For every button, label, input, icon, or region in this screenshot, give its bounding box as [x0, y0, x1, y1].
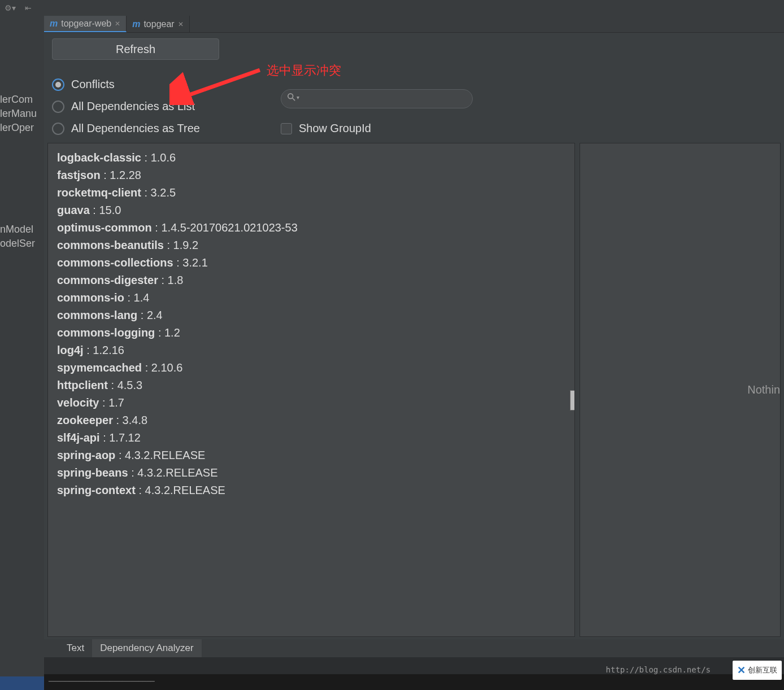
tab-dependency-analyzer[interactable]: Dependency Analyzer — [92, 639, 201, 657]
search-input[interactable] — [281, 89, 473, 108]
dependency-version: : 4.3.2.RELEASE — [115, 449, 205, 461]
radio-all-list[interactable] — [52, 101, 64, 113]
project-sidebar[interactable]: lerCom lerManu lerOper nModel odelSer — [0, 16, 44, 690]
dependency-version: : 2.4 — [137, 309, 162, 321]
dependency-name: spring-beans — [57, 466, 128, 479]
expand-icon[interactable]: ⇤ — [23, 2, 34, 14]
dependency-version: : 1.7 — [99, 396, 124, 409]
dependency-item[interactable]: fastjson : 1.2.28 — [57, 167, 565, 184]
dependency-name: commons-digester — [57, 274, 158, 286]
dependency-version: : 4.5.3 — [108, 379, 142, 391]
sidebar-item[interactable]: odelSer — [0, 237, 44, 251]
close-icon[interactable]: ✕ — [178, 20, 184, 28]
dependency-item[interactable]: spring-beans : 4.3.2.RELEASE — [57, 464, 565, 482]
dependency-version: : 1.2.16 — [84, 344, 124, 356]
controls-panel: Refresh 选中显示冲突 Conflicts All Dependencie… — [44, 33, 784, 139]
watermark-url: http://blog.csdn.net/s — [606, 665, 711, 674]
dependency-name: commons-io — [57, 291, 124, 304]
dependency-item[interactable]: spymemcached : 2.10.6 — [57, 359, 565, 377]
dependency-version: : 1.4.5-20170621.021023-53 — [152, 221, 298, 234]
dependency-name: velocity — [57, 396, 99, 409]
dependency-item[interactable]: commons-collections : 3.2.1 — [57, 254, 565, 272]
tab-topgear-web[interactable]: m topgear-web ✕ — [44, 16, 127, 32]
refresh-button[interactable]: Refresh — [52, 38, 219, 60]
dependency-name: slf4j-api — [57, 431, 100, 444]
dependency-name: spring-context — [57, 484, 136, 496]
sidebar-item[interactable]: lerManu — [0, 107, 44, 121]
dependency-item[interactable]: rocketmq-client : 3.2.5 — [57, 184, 565, 202]
dependency-version: : 3.4.8 — [113, 414, 147, 426]
dependency-version: : 1.9.2 — [164, 239, 198, 251]
dependency-version: : 1.7.12 — [100, 431, 141, 444]
radio-all-tree-label: All Dependencies as Tree — [71, 122, 200, 135]
dependency-item[interactable]: spring-context : 4.3.2.RELEASE — [57, 482, 565, 499]
dependency-name: guava — [57, 204, 90, 216]
dependency-item[interactable]: logback-classic : 1.0.6 — [57, 149, 565, 167]
dependency-version: : 4.3.2.RELEASE — [128, 466, 218, 479]
tab-label: topgear — [143, 19, 174, 29]
dependency-item[interactable]: log4j : 1.2.16 — [57, 342, 565, 359]
dependency-item[interactable]: commons-beanutils : 1.9.2 — [57, 237, 565, 254]
show-groupid-checkbox[interactable] — [281, 123, 292, 134]
dependency-list[interactable]: logback-classic : 1.0.6fastjson : 1.2.28… — [47, 143, 575, 637]
dependency-version: : 4.3.2.RELEASE — [136, 484, 225, 496]
close-icon[interactable]: ✕ — [115, 20, 120, 28]
dependency-version: : 3.2.1 — [173, 256, 208, 269]
radio-all-list-label: All Dependencies as List — [71, 100, 195, 113]
tab-label: topgear-web — [61, 19, 111, 29]
dependency-name: optimus-common — [57, 221, 152, 234]
gear-icon[interactable]: ⚙▾ — [2, 2, 18, 14]
dependency-item[interactable]: guava : 15.0 — [57, 202, 565, 219]
dependency-item[interactable]: velocity : 1.7 — [57, 394, 565, 412]
dependency-name: logback-classic — [57, 151, 141, 164]
annotation-text: 选中显示冲突 — [267, 62, 341, 79]
tab-topgear[interactable]: m topgear ✕ — [127, 16, 190, 32]
maven-icon: m — [50, 19, 58, 29]
dependency-version: : 1.4 — [124, 291, 149, 304]
detail-placeholder: Nothin — [747, 383, 780, 396]
dependency-item[interactable]: slf4j-api : 1.7.12 — [57, 429, 565, 447]
sidebar-item[interactable]: lerCom — [0, 93, 44, 107]
search-group: ▾ — [281, 89, 473, 108]
radio-all-tree[interactable] — [52, 123, 64, 135]
dependency-name: zookeeper — [57, 414, 113, 426]
dependency-version: : 1.0.6 — [141, 151, 176, 164]
dependency-name: fastjson — [57, 169, 101, 181]
dependency-name: httpclient — [57, 379, 108, 391]
dependency-item[interactable]: zookeeper : 3.4.8 — [57, 412, 565, 429]
dependency-item[interactable]: commons-io : 1.4 — [57, 289, 565, 307]
dependency-item[interactable]: spring-aop : 4.3.2.RELEASE — [57, 447, 565, 464]
show-groupid-label: Show GroupId — [299, 122, 371, 135]
editor-tabs: m topgear-web ✕ m topgear ✕ — [44, 16, 784, 33]
dependency-name: commons-lang — [57, 309, 137, 321]
dependency-item[interactable]: httpclient : 4.5.3 — [57, 377, 565, 394]
dependency-version: : 15.0 — [90, 204, 121, 216]
dependency-name: commons-collections — [57, 256, 173, 269]
maven-icon: m — [132, 19, 140, 29]
dependency-item[interactable]: optimus-common : 1.4.5-20170621.021023-5… — [57, 219, 565, 237]
dependency-item[interactable]: commons-logging : 1.2 — [57, 324, 565, 342]
terminal-strip: ────────────────────────── — [44, 674, 784, 690]
tab-text[interactable]: Text — [59, 639, 92, 657]
dependency-version: : 3.2.5 — [141, 186, 176, 199]
dependency-version: : 2.10.6 — [142, 361, 182, 374]
dependency-item[interactable]: commons-digester : 1.8 — [57, 272, 565, 289]
dependency-name: rocketmq-client — [57, 186, 141, 199]
dependency-version: : 1.2 — [155, 326, 180, 339]
dependency-name: spring-aop — [57, 449, 115, 461]
sidebar-item[interactable]: nModel — [0, 222, 44, 237]
sidebar-item[interactable]: lerOper — [0, 121, 44, 135]
splitter-handle[interactable] — [570, 390, 575, 410]
svg-line-2 — [293, 98, 295, 101]
radio-conflicts[interactable] — [52, 78, 64, 91]
dependency-name: spymemcached — [57, 361, 142, 374]
dependency-version: : 1.8 — [158, 274, 183, 286]
top-toolbar: ⚙▾ ⇤ — [0, 0, 784, 16]
dependency-item[interactable]: commons-lang : 2.4 — [57, 307, 565, 324]
dependency-name: commons-beanutils — [57, 239, 164, 251]
dependency-version: : 1.2.28 — [101, 169, 141, 181]
watermark-logo: ✕创新互联 — [733, 661, 782, 680]
dependency-name: log4j — [57, 344, 84, 356]
dependency-name: commons-logging — [57, 326, 155, 339]
search-icon[interactable]: ▾ — [288, 93, 299, 101]
